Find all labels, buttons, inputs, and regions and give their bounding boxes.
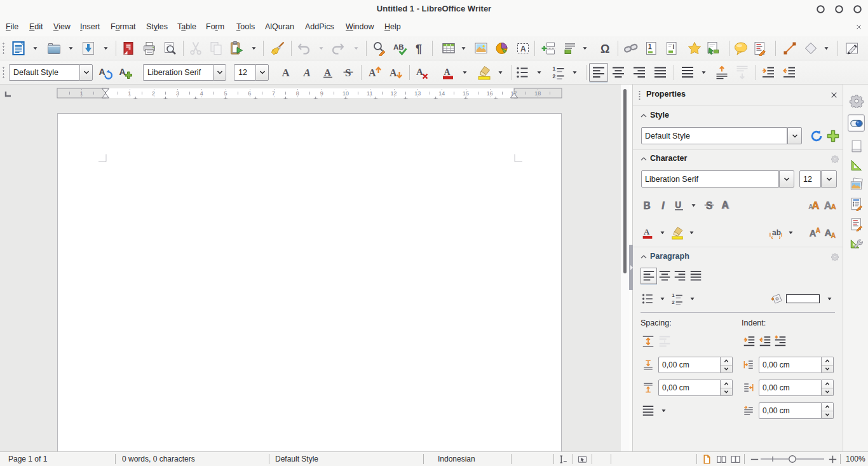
spin-down[interactable] (822, 366, 833, 373)
spin-down[interactable] (721, 388, 732, 396)
character-section[interactable]: Character (633, 153, 843, 166)
menu-table[interactable]: Table (176, 18, 198, 36)
menu-tools[interactable]: Tools (235, 18, 256, 36)
insert-bookmark-button[interactable] (685, 39, 704, 58)
paragraph-style-combo[interactable]: Default Style (9, 64, 93, 81)
insert-comment-button[interactable] (731, 39, 750, 58)
highlighting-color-button[interactable] (669, 224, 686, 241)
after-text-indent-field[interactable]: 0,00 cm (759, 380, 822, 396)
tab-navigator[interactable] (848, 195, 865, 212)
clear-formatting-button[interactable]: A (412, 63, 431, 82)
font-color-dropdown[interactable] (658, 224, 666, 241)
bold-button[interactable]: A (276, 63, 295, 82)
below-paragraph-spacing-field[interactable]: 0,00 cm (658, 380, 721, 396)
save-dropdown[interactable] (102, 43, 110, 53)
paragraph-style-combo-value[interactable]: Default Style (9, 64, 79, 81)
paste-dropdown[interactable] (250, 43, 258, 53)
menu-alquran[interactable]: AlQuran (264, 18, 295, 36)
find-and-replace-button[interactable] (370, 39, 389, 58)
copy-button[interactable] (207, 39, 226, 58)
track-changes-button[interactable] (750, 39, 770, 58)
increase-indent-button[interactable] (741, 333, 757, 350)
unordered-list-dropdown[interactable] (535, 67, 543, 78)
insert-field-button[interactable] (560, 39, 580, 58)
tab-gallery[interactable] (848, 175, 865, 193)
subscript-button[interactable]: AA (822, 224, 838, 241)
below-paragraph-spacing-spinner[interactable] (721, 380, 733, 396)
tab-manage-changes[interactable] (848, 216, 865, 233)
clone-formatting-button[interactable] (268, 39, 287, 58)
font-name-combo-dropdown[interactable] (779, 170, 794, 188)
spin-down[interactable] (822, 411, 833, 419)
align-left-button[interactable] (589, 63, 608, 82)
highlighting-color-button[interactable] (475, 63, 494, 82)
above-paragraph-spacing-spinner[interactable] (721, 357, 733, 373)
sidebar-close-button[interactable] (830, 91, 838, 99)
minimize-button[interactable] (816, 4, 825, 14)
line-spacing-button[interactable] (640, 402, 656, 419)
redo-button[interactable] (329, 39, 348, 58)
insert-endnote-button[interactable]: i (662, 39, 681, 58)
underline-button[interactable]: U (671, 197, 688, 214)
insert-line-button[interactable] (780, 39, 799, 58)
undo-dropdown[interactable] (317, 43, 325, 53)
tab-properties[interactable] (848, 114, 865, 132)
menu-help[interactable]: Help (383, 18, 402, 36)
align-right-button[interactable] (630, 63, 649, 82)
insert-image-button[interactable] (471, 39, 491, 58)
font-name-combo-dropdown[interactable] (213, 64, 226, 81)
menu-format[interactable]: Format (109, 18, 137, 36)
ordered-list-button[interactable]: 12 (669, 291, 686, 307)
font-color-button[interactable]: A (438, 63, 458, 82)
above-paragraph-spacing-field[interactable]: 0,00 cm (658, 357, 721, 373)
font-size-combo[interactable]: 12 (234, 64, 269, 81)
justified-button[interactable] (651, 63, 670, 82)
italic-button[interactable]: I (656, 197, 672, 214)
single-page-view[interactable] (702, 454, 712, 465)
font-name-combo[interactable]: Liberation Serif (641, 170, 779, 188)
ordered-list-dropdown[interactable] (688, 291, 696, 307)
insert-hyperlink-button[interactable] (621, 39, 641, 58)
menu-edit[interactable]: Edit (28, 18, 44, 36)
maximize-button[interactable] (834, 4, 844, 14)
document-page[interactable] (57, 113, 562, 451)
save-button[interactable] (79, 39, 98, 58)
update-style-button[interactable] (808, 128, 825, 144)
tab-design[interactable] (848, 235, 865, 252)
close-document-button[interactable] (854, 22, 864, 32)
decrease-paragraph-spacing-button[interactable] (733, 63, 752, 82)
print-button[interactable] (140, 39, 159, 58)
align-right-button[interactable] (672, 268, 688, 284)
paragraph-style-combo[interactable]: Default Style (641, 127, 787, 144)
before-text-indent-field[interactable]: 0,00 cm (759, 357, 822, 373)
close-button[interactable] (853, 4, 862, 14)
align-center-button[interactable] (656, 268, 673, 284)
increase-font-size-button[interactable]: A (365, 63, 384, 82)
scrollbar-thumb[interactable] (623, 89, 627, 273)
font-color-dropdown[interactable] (461, 67, 469, 78)
insert-special-character-button[interactable]: Ω (596, 39, 615, 58)
font-size-combo-value[interactable]: 12 (234, 64, 255, 81)
basic-shapes-dropdown[interactable] (822, 43, 831, 53)
context-spacing-button[interactable] (656, 333, 673, 350)
tab-page[interactable] (848, 137, 865, 154)
open-button[interactable] (44, 39, 64, 58)
before-text-indent-spinner[interactable] (822, 357, 834, 373)
zoom-slider[interactable] (761, 452, 824, 466)
toolbar-grip[interactable] (3, 42, 4, 55)
update-style-button[interactable]: A (95, 63, 114, 82)
character-section-settings[interactable] (831, 155, 839, 163)
line-spacing-button[interactable] (678, 63, 697, 82)
new-document-button[interactable] (9, 39, 28, 58)
superscript-button[interactable]: AA (806, 224, 823, 241)
character-spacing-dropdown[interactable] (787, 224, 794, 241)
style-section[interactable]: Style (633, 110, 843, 123)
zoom-level[interactable]: 100% (846, 452, 865, 466)
open-dropdown[interactable] (67, 43, 75, 53)
paragraph-section-settings[interactable] (831, 253, 839, 261)
font-size-combo[interactable]: 12 (799, 170, 821, 188)
zoom-out[interactable] (749, 454, 760, 465)
paragraph-section[interactable]: Paragraph (633, 251, 843, 264)
paragraph-style-combo-dropdown[interactable] (79, 64, 93, 81)
spelling-button[interactable]: AB (390, 39, 409, 58)
